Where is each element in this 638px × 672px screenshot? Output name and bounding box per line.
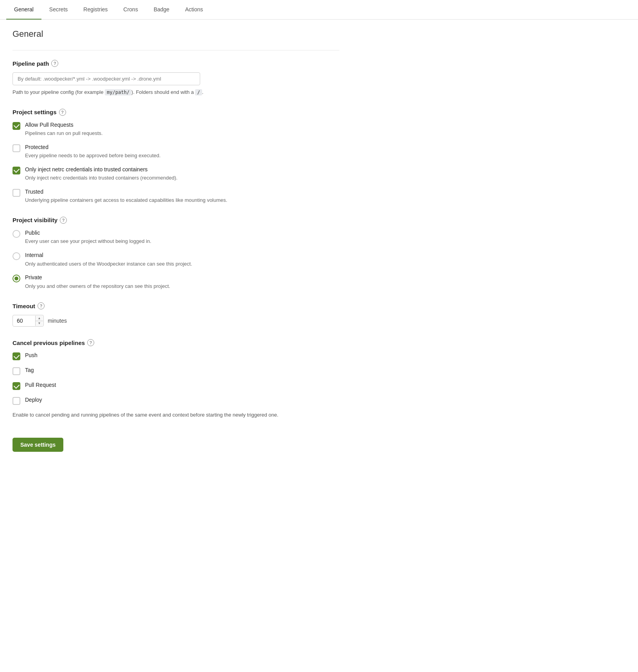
project-visibility-help-icon[interactable]: ? xyxy=(60,217,67,224)
pipeline-path-section: Pipeline path ? Path to your pipeline co… xyxy=(13,60,339,96)
cancel-pipelines-section: Cancel previous pipelines ? Push Tag Pul… xyxy=(13,339,339,419)
tab-actions[interactable]: Actions xyxy=(177,0,211,20)
save-settings-button[interactable]: Save settings xyxy=(13,438,63,452)
radio-private-desc: Only you and other owners of the reposit… xyxy=(25,282,170,290)
timeout-spinner-down[interactable]: ▼ xyxy=(36,321,43,326)
checkbox-protected-input[interactable] xyxy=(13,144,20,152)
cancel-pipelines-hint: Enable to cancel pending and running pip… xyxy=(13,411,339,419)
path-hint-code2: / xyxy=(195,89,202,95)
cancel-deploy-label: Deploy xyxy=(25,396,42,404)
pipeline-path-hint: Path to your pipeline config (for exampl… xyxy=(13,88,339,96)
checkbox-trusted-label: Trusted xyxy=(25,188,227,196)
cancel-pipelines-title: Cancel previous pipelines ? xyxy=(13,339,339,346)
cancel-pull-request-label: Pull Request xyxy=(25,381,56,389)
checkbox-protected: Protected Every pipeline needs to be app… xyxy=(13,144,339,160)
radio-internal-input[interactable] xyxy=(13,252,20,260)
cancel-push-label: Push xyxy=(25,352,38,359)
project-settings-title: Project settings ? xyxy=(13,109,339,116)
cancel-push-input[interactable] xyxy=(13,352,20,360)
cancel-pipelines-help-icon[interactable]: ? xyxy=(87,339,94,346)
tab-badge[interactable]: Badge xyxy=(146,0,177,20)
checkbox-trusted: Trusted Underlying pipeline containers g… xyxy=(13,188,339,204)
tab-bar: General Secrets Registries Crons Badge A… xyxy=(0,0,638,20)
timeout-unit: minutes xyxy=(48,318,67,324)
project-visibility-section: Project visibility ? Public Every user c… xyxy=(13,217,339,290)
checkbox-inject-netrc: Only inject netrc credentials into trust… xyxy=(13,166,339,182)
radio-private: Private Only you and other owners of the… xyxy=(13,274,339,290)
radio-internal-desc: Only authenticated users of the Woodpeck… xyxy=(25,260,192,268)
timeout-help-icon[interactable]: ? xyxy=(38,302,45,309)
project-settings-section: Project settings ? Allow Pull Requests P… xyxy=(13,109,339,204)
cancel-deploy: Deploy xyxy=(13,396,339,405)
project-visibility-title: Project visibility ? xyxy=(13,217,339,224)
checkbox-inject-netrc-desc: Only inject netrc credentials into trust… xyxy=(25,174,177,182)
checkbox-inject-netrc-label: Only inject netrc credentials into trust… xyxy=(25,166,177,174)
checkbox-allow-pull-requests: Allow Pull Requests Pipelines can run on… xyxy=(13,121,339,137)
tab-secrets[interactable]: Secrets xyxy=(41,0,75,20)
pipeline-path-help-icon[interactable]: ? xyxy=(51,60,58,67)
pipeline-path-title: Pipeline path ? xyxy=(13,60,339,67)
checkbox-allow-pull-requests-input[interactable] xyxy=(13,122,20,130)
path-hint-code1: my/path/ xyxy=(105,89,131,95)
radio-public-label: Public xyxy=(25,229,151,237)
timeout-section: Timeout ? ▲ ▼ minutes xyxy=(13,302,339,327)
divider xyxy=(13,50,339,50)
tab-general[interactable]: General xyxy=(6,0,41,20)
cancel-tag: Tag xyxy=(13,367,339,375)
radio-public-desc: Every user can see your project without … xyxy=(25,237,151,245)
cancel-tag-label: Tag xyxy=(25,367,34,374)
radio-private-label: Private xyxy=(25,274,170,282)
timeout-row: ▲ ▼ minutes xyxy=(13,315,339,327)
radio-internal-label: Internal xyxy=(25,252,192,259)
checkbox-trusted-input[interactable] xyxy=(13,189,20,197)
checkbox-allow-pull-requests-label: Allow Pull Requests xyxy=(25,121,103,129)
cancel-tag-input[interactable] xyxy=(13,367,20,375)
cancel-pull-request: Pull Request xyxy=(13,381,339,390)
radio-private-input[interactable] xyxy=(13,275,20,282)
page-title: General xyxy=(13,29,339,39)
radio-internal: Internal Only authenticated users of the… xyxy=(13,252,339,268)
project-settings-help-icon[interactable]: ? xyxy=(59,109,66,116)
page-content: General Pipeline path ? Path to your pip… xyxy=(0,20,352,461)
tab-crons[interactable]: Crons xyxy=(116,0,146,20)
cancel-deploy-input[interactable] xyxy=(13,397,20,405)
checkbox-allow-pull-requests-desc: Pipelines can run on pull requests. xyxy=(25,129,103,137)
tab-registries[interactable]: Registries xyxy=(75,0,115,20)
checkbox-protected-desc: Every pipeline needs to be approved befo… xyxy=(25,152,161,160)
checkbox-trusted-desc: Underlying pipeline containers get acces… xyxy=(25,196,227,204)
checkbox-inject-netrc-input[interactable] xyxy=(13,167,20,174)
radio-public: Public Every user can see your project w… xyxy=(13,229,339,245)
cancel-push: Push xyxy=(13,352,339,360)
timeout-title: Timeout ? xyxy=(13,302,339,309)
radio-public-input[interactable] xyxy=(13,230,20,238)
timeout-spinner-up[interactable]: ▲ xyxy=(36,316,43,321)
pipeline-path-input[interactable] xyxy=(13,72,200,85)
checkbox-protected-label: Protected xyxy=(25,144,161,151)
cancel-pull-request-input[interactable] xyxy=(13,382,20,390)
